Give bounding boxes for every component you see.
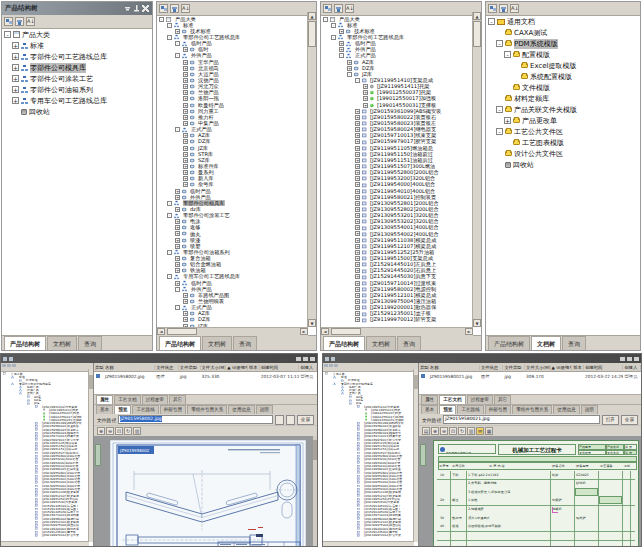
tab-0[interactable]: 产品结构树 xyxy=(488,336,530,350)
tab-3[interactable]: 其它 xyxy=(169,395,186,404)
expander-icon[interactable]: - xyxy=(331,23,336,28)
tree-item[interactable]: +标准 xyxy=(2,40,152,51)
print-icon[interactable]: ▥ xyxy=(133,427,141,435)
expander-icon[interactable]: + xyxy=(355,268,360,273)
expander-icon[interactable]: + xyxy=(183,90,188,95)
expander-icon[interactable]: + xyxy=(355,225,360,230)
expander-icon[interactable]: + xyxy=(183,109,188,114)
tree-item[interactable]: 文件模版 xyxy=(486,82,640,93)
expander-icon[interactable]: + xyxy=(355,139,360,144)
sort-icon[interactable]: A↓ xyxy=(510,4,519,13)
tree-item[interactable]: -产品关联文件夹模版 xyxy=(486,104,640,115)
tree-item[interactable]: 回收站 xyxy=(486,159,640,170)
expander-icon[interactable]: + xyxy=(175,195,180,200)
expander-icon[interactable]: + xyxy=(175,268,180,273)
expander-icon[interactable]: + xyxy=(183,152,188,157)
expander-icon[interactable]: + xyxy=(355,176,360,181)
collapse-tree-icon[interactable] xyxy=(159,4,168,13)
tree-item[interactable]: +[JZ91199970012]软管支架 xyxy=(321,317,473,323)
column-header[interactable]: ▲ 记录编号 xyxy=(551,365,573,370)
expander-icon[interactable]: + xyxy=(175,225,180,230)
tab-1[interactable]: 工艺文档 xyxy=(439,395,465,404)
expander-icon[interactable]: + xyxy=(355,201,360,206)
column-header[interactable]: 文件类型 xyxy=(179,365,201,370)
expander-icon[interactable]: + xyxy=(183,121,188,126)
refresh-tree-icon[interactable] xyxy=(499,4,508,13)
expander-icon[interactable]: - xyxy=(347,72,352,77)
tree-item[interactable]: 设计公共文件区 xyxy=(486,148,640,159)
column-header[interactable]: 名称 xyxy=(104,365,155,370)
column-header[interactable]: 版本 xyxy=(572,365,584,370)
panel3-vscrollbar[interactable]: ▲▼ xyxy=(472,12,481,327)
expander-icon[interactable]: + xyxy=(183,164,188,169)
expander-icon[interactable]: + xyxy=(355,274,360,279)
expander-icon[interactable]: + xyxy=(355,219,360,224)
expander-icon[interactable]: - xyxy=(4,31,11,38)
expander-icon[interactable]: + xyxy=(355,133,360,138)
tree-item[interactable]: +产品更改单 xyxy=(486,115,640,126)
expander-icon[interactable]: + xyxy=(183,158,188,163)
collapse-tree-icon[interactable] xyxy=(323,4,332,13)
expander-icon[interactable]: - xyxy=(488,18,495,25)
tree-item[interactable]: -产品大类 xyxy=(2,29,152,40)
rotate-icon[interactable]: ↻ xyxy=(458,427,466,435)
tree-item[interactable]: -通用文档 xyxy=(486,16,640,27)
column-header[interactable]: 文件大小(M) xyxy=(525,365,551,370)
tab-0[interactable]: 产品结构树 xyxy=(4,336,46,350)
refresh-tree-icon[interactable] xyxy=(15,17,24,26)
sort-icon[interactable]: A↓ xyxy=(26,17,35,26)
expander-icon[interactable]: + xyxy=(183,182,188,187)
expander-icon[interactable]: + xyxy=(175,256,180,261)
column-header[interactable]: 文件状态 xyxy=(480,365,504,370)
column-header[interactable]: 创建人 xyxy=(623,365,641,370)
file-path-field[interactable]: JZ90159580021.jpg xyxy=(443,415,599,424)
expander-icon[interactable]: + xyxy=(183,66,188,71)
zoom-out-icon[interactable]: ⊖ xyxy=(440,427,448,435)
expander-icon[interactable]: + xyxy=(183,146,188,151)
expander-icon[interactable]: + xyxy=(183,176,188,181)
expander-icon[interactable]: + xyxy=(12,64,19,71)
expander-icon[interactable]: - xyxy=(496,106,503,113)
expander-icon[interactable]: + xyxy=(175,244,180,249)
sort-icon[interactable]: A↓ xyxy=(181,4,190,13)
tree-item[interactable]: +专用车公司工艺路线总库 xyxy=(2,95,152,106)
expander-icon[interactable]: + xyxy=(355,231,360,236)
expander-icon[interactable]: - xyxy=(167,201,172,206)
pin-icon[interactable] xyxy=(133,5,140,12)
open-button[interactable]: 打开 xyxy=(602,415,619,425)
expander-icon[interactable]: + xyxy=(183,84,188,89)
expander-icon[interactable]: + xyxy=(183,299,188,304)
tree-item[interactable]: -PDM系统模版 xyxy=(486,38,640,49)
expander-icon[interactable]: + xyxy=(175,207,180,212)
tab-2[interactable]: 过程签审 xyxy=(467,395,493,404)
expander-icon[interactable]: + xyxy=(355,256,360,261)
mini-vscrollbar[interactable] xyxy=(88,369,93,542)
tab-1[interactable]: 预览 xyxy=(439,405,456,414)
expander-icon[interactable]: + xyxy=(12,75,19,82)
expander-icon[interactable]: + xyxy=(355,127,360,132)
tab-0[interactable]: 属性 xyxy=(421,395,438,404)
tab-0[interactable]: 基本 xyxy=(421,405,438,414)
expander-icon[interactable]: - xyxy=(175,127,180,132)
mini-hscrollbar[interactable] xyxy=(323,541,414,546)
print-icon[interactable]: ▥ xyxy=(467,427,475,435)
expander-icon[interactable]: - xyxy=(167,35,172,40)
expander-icon[interactable]: + xyxy=(363,96,368,101)
tab-4[interactable]: 零组件引用关系 xyxy=(512,405,552,414)
expander-icon[interactable]: - xyxy=(504,51,511,58)
expander-icon[interactable]: + xyxy=(355,293,360,298)
expander-icon[interactable]: + xyxy=(504,117,511,124)
expander-icon[interactable]: + xyxy=(183,139,188,144)
tab-0[interactable]: 产品结构树 xyxy=(159,336,201,350)
refresh-tree-icon[interactable] xyxy=(170,4,179,13)
tab-6[interactable]: 说明 xyxy=(581,405,598,414)
expander-icon[interactable]: + xyxy=(183,170,188,175)
expander-icon[interactable]: + xyxy=(339,29,344,34)
tree-item[interactable]: +零部件公司油箱系列 xyxy=(2,84,152,95)
tree-item[interactable]: CAXA测试 xyxy=(486,27,640,38)
chevron-down-icon[interactable] xyxy=(124,5,131,12)
expander-icon[interactable]: + xyxy=(347,60,352,65)
column-header[interactable]: 版本 xyxy=(248,365,260,370)
tree-item[interactable]: +零部件公司模具库 xyxy=(2,62,152,73)
tree-item[interactable]: 材料定额库 xyxy=(486,93,640,104)
